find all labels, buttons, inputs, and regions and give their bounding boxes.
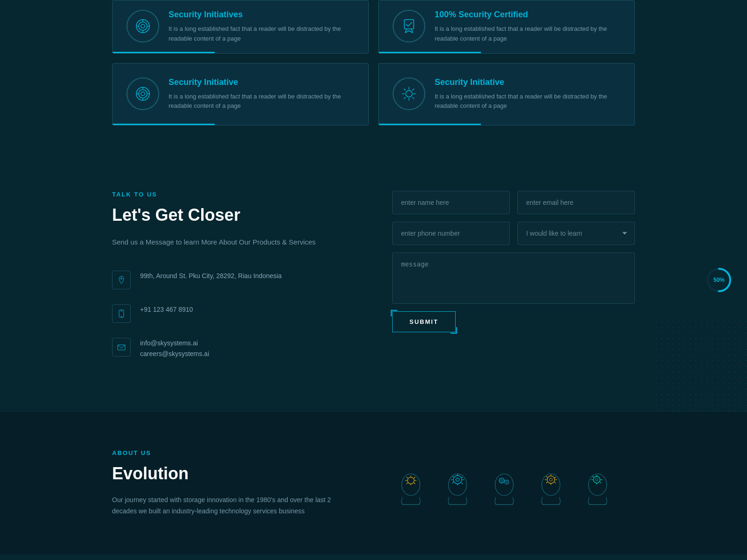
message-textarea[interactable] [392,252,635,304]
svg-point-35 [596,479,598,481]
svg-point-27 [500,480,502,482]
about-left: ABOUT US Evolution Our journey started w… [112,449,355,517]
form-row-1 [392,191,635,214]
svg-point-23 [453,476,462,484]
cards-section: Security Initiative It is a long establi… [0,63,747,154]
top-card-left: Security Initiatives It is a long establ… [112,0,369,54]
card-1-desc: It is a long established fact that a rea… [169,92,354,112]
svg-point-10 [141,92,145,96]
svg-point-0 [136,20,149,33]
svg-point-21 [408,477,414,484]
svg-point-29 [506,482,508,483]
submit-button[interactable]: SUBMIT [392,311,456,332]
card-2-title: Security Initiative [435,77,620,87]
svg-point-24 [456,478,459,482]
contact-heading: Let's Get Closer [112,205,355,225]
svg-point-31 [547,476,555,483]
svg-rect-7 [404,20,414,29]
card-icon-badge [393,10,425,42]
phone-icon [112,304,131,323]
head-icon-3 [486,468,523,505]
name-input[interactable] [392,191,510,214]
svg-point-32 [550,478,552,481]
head-icon-1 [392,468,430,505]
top-card-left-content: Security Initiatives It is a long establ… [169,10,354,44]
email-input[interactable] [517,191,635,214]
top-card-right-content: 100% Security Certified It is a long est… [435,10,620,44]
form-row-2: I would like to learn Product Inquiry Su… [392,222,635,245]
about-section: ABOUT US Evolution Our journey started w… [0,412,747,554]
svg-point-17 [121,316,122,317]
card-1-icon [127,77,159,110]
top-cards-section: Security Initiatives It is a long establ… [0,0,747,63]
phone-input[interactable] [392,222,510,245]
head-icon-4 [532,468,570,505]
svg-point-8 [136,87,149,100]
contact-address-text: 99th, Around St. Pku City, 28292, Riau I… [140,271,282,282]
contact-subtitle: Send us a Message to learn More About Ou… [112,236,355,248]
cards-grid: Security Initiative It is a long establi… [112,63,635,126]
progress-text: 50% [713,277,725,283]
email-icon [112,338,131,357]
svg-point-28 [505,480,509,484]
location-icon [112,271,131,289]
contact-email-item: info@skysystems.ai careers@skysystems.ai [112,338,355,360]
subject-select[interactable]: I would like to learn Product Inquiry Su… [517,222,635,245]
svg-point-9 [139,90,147,98]
svg-point-1 [139,22,147,30]
card-2: Security Initiative It is a long establi… [378,63,635,126]
head-icon-2 [439,468,476,505]
about-icons [392,449,635,505]
card-1-content: Security Initiative It is a long establi… [169,77,354,112]
head-icon-5 [579,468,616,505]
svg-point-25 [495,474,513,496]
card-2-icon [393,77,425,110]
card-2-content: Security Initiative It is a long establi… [435,77,620,112]
card-1: Security Initiative It is a long establi… [112,63,369,126]
svg-point-15 [406,91,412,97]
card-2-desc: It is a long established fact that a rea… [435,92,620,112]
svg-point-33 [588,474,606,496]
contact-phone-text: +91 123 467 8910 [140,304,193,315]
contact-left: TALK TO US Let's Get Closer Send us a Me… [112,191,355,375]
about-heading: Evolution [112,464,355,483]
contact-email-text: info@skysystems.ai careers@skysystems.ai [140,338,209,360]
top-card-right: 100% Security Certified It is a long est… [378,0,635,54]
top-card-right-title: 100% Security Certified [435,10,620,20]
top-card-left-desc: It is a long established fact that a rea… [169,24,354,44]
about-section-tag: ABOUT US [112,449,355,456]
about-description: Our journey started with storage innovat… [112,495,355,517]
progress-circle: 50% [705,266,733,294]
contact-section: TALK TO US Let's Get Closer Send us a Me… [0,154,747,412]
top-card-left-title: Security Initiatives [169,10,354,20]
svg-point-2 [141,24,145,28]
svg-point-26 [499,478,504,483]
card-icon-target [127,10,159,42]
contact-form: I would like to learn Product Inquiry Su… [392,191,635,332]
top-card-right-desc: It is a long established fact that a rea… [435,24,620,44]
contact-phone-item: +91 123 467 8910 [112,304,355,323]
card-1-title: Security Initiative [169,77,354,87]
contact-inner: TALK TO US Let's Get Closer Send us a Me… [112,191,635,375]
svg-point-34 [593,476,600,483]
about-inner: ABOUT US Evolution Our journey started w… [112,449,635,517]
dot-pattern-decoration [654,319,747,412]
contact-section-tag: TALK TO US [112,191,355,198]
contact-address-item: 99th, Around St. Pku City, 28292, Riau I… [112,271,355,289]
